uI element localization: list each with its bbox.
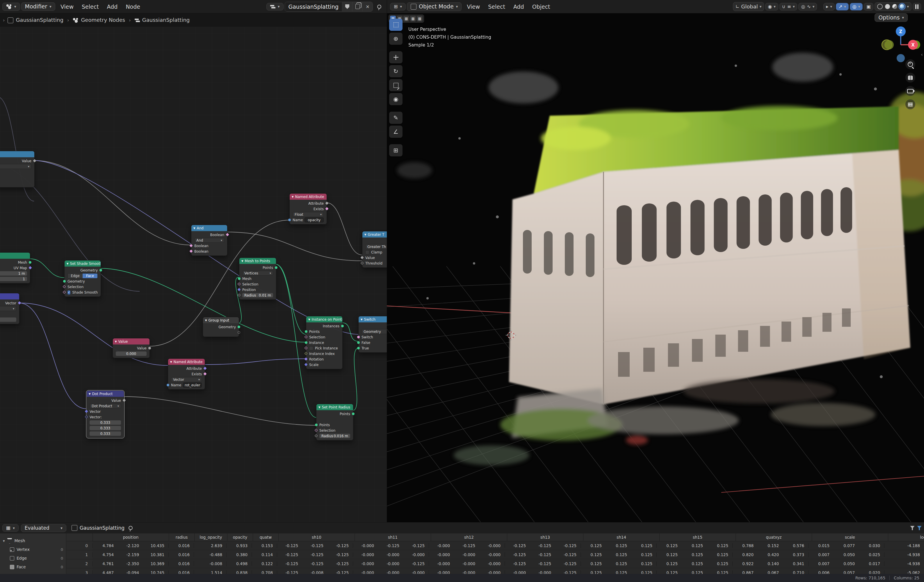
table-cell[interactable]: 0.788 [733,543,757,548]
collapse-icon[interactable]: ▾ [318,405,320,409]
column-header-sh12[interactable]: sh12 [431,533,507,541]
snap-controls[interactable]: ∪≡▾ [779,3,797,10]
table-cell[interactable]: -0.000 [353,552,378,557]
table-cell[interactable]: -0.125 [403,543,429,548]
node-header[interactable]: ▾Greater T [362,231,387,237]
column-header-sh14[interactable]: sh14 [583,533,659,541]
column-header-sh10[interactable]: sh10 [278,533,355,541]
column-header-position[interactable]: position [92,533,169,541]
node-instance-on-points[interactable]: ▾Instance on PointsInstancesPointsSelect… [306,316,343,369]
column-header-log_opacity[interactable]: log_opacity [194,533,227,541]
value-slider[interactable]: Radius0.016 m [319,434,350,438]
checkbox[interactable]: ✓ [68,290,70,295]
node-header[interactable]: ▾Ico Sphere [0,252,30,259]
column-header-scale[interactable]: scale [812,533,888,541]
node-dropdown[interactable]: And▾ [194,238,224,243]
table-cell[interactable]: 0.017 [859,561,884,566]
editor-type-button[interactable]: ▾ [2,3,20,11]
table-cell[interactable]: -0.000 [353,543,378,548]
table-cell[interactable]: -0.125 [555,552,581,557]
transform-tool[interactable]: ◉ [389,93,403,105]
table-cell[interactable]: 4.754 [92,552,118,557]
table-cell[interactable]: -0.000 [378,552,403,557]
selectability-visibility-dropdown[interactable]: ▸▾ [823,3,835,10]
table-cell[interactable]: 0.922 [733,561,757,566]
node-header[interactable]: ▾And [191,225,227,231]
table-cell[interactable]: 0.016 [168,543,194,548]
node-greater-than[interactable]: ▾Greater TGreater Th▾ClampValueThreshold [362,231,387,268]
transform-orientation-select[interactable]: ∟Global▾ [733,2,764,11]
input-socket[interactable] [357,341,360,344]
ortho-toggle-button[interactable] [905,99,915,109]
collapse-chevron-icon[interactable]: › [3,17,5,23]
table-row[interactable]: 34.487-0.09410.7450.0161.5140.8380.708-0… [66,568,924,574]
node-dropdown[interactable]: Geometry▾ [361,329,387,334]
input-socket[interactable] [305,341,307,344]
table-cell[interactable]: 0.016 [168,552,194,557]
xray-toggle[interactable]: ▣ [864,3,873,10]
show-gizmo-toggle[interactable]: ↗▾ [836,3,849,10]
table-cell[interactable]: 0.153 [252,543,277,548]
value-slider[interactable]: Subdivisions1 [0,277,27,281]
table-cell[interactable]: -0.000 [479,561,505,566]
viewport-menu-select[interactable]: Select [484,2,509,12]
value-field[interactable]: 0.333 [89,426,121,430]
table-cell[interactable]: 0.125 [631,552,657,557]
node-dropdown[interactable]: Float▾ [292,212,324,217]
table-cell[interactable]: -0.125 [555,561,581,566]
table-cell[interactable]: -0.125 [505,561,530,566]
node-header[interactable]: ▾Dot Product [87,391,124,397]
table-cell[interactable]: -0.000 [454,561,479,566]
viewport-menu-view[interactable]: View [463,2,484,12]
table-cell[interactable]: -0.000 [429,552,454,557]
table-cell[interactable]: 0.016 [168,561,194,566]
table-cell[interactable]: -0.000 [378,561,403,566]
value-slider[interactable]: Radius0.01 m [242,293,273,297]
table-cell[interactable]: 0.125 [707,543,733,548]
node-header[interactable]: ▾Set Point Radius [317,404,353,410]
collapse-icon[interactable]: ▾ [205,318,207,322]
filter-toggle-icon[interactable] [917,526,922,530]
checkbox[interactable] [309,346,313,350]
output-socket[interactable] [275,266,277,269]
viewport-3d[interactable]: Z X User Perspective (0) CONS-DEPTH | Ga… [387,13,924,522]
collapse-icon[interactable]: ▾ [115,339,117,344]
tree-item-vertex[interactable]: Vertex0 [0,545,66,554]
viewport-canvas[interactable]: Z X [387,13,924,522]
table-cell[interactable]: -0.000 [403,552,429,557]
zoom-button[interactable] [905,59,915,69]
table-cell[interactable]: 0.125 [631,561,657,566]
table-cell[interactable]: -4.938 [884,552,924,557]
table-cell[interactable]: 0.125 [657,561,682,566]
collapse-icon[interactable]: ▾ [67,261,69,266]
table-cell[interactable]: 0.050 [833,561,859,566]
table-cell[interactable]: -0.125 [327,561,353,566]
viewport-menu-object[interactable]: Object [528,2,554,12]
output-socket[interactable] [238,326,240,328]
table-cell[interactable]: 0.125 [682,543,707,548]
output-socket[interactable] [29,261,31,264]
value-field[interactable]: 0.000 [116,351,147,356]
table-row[interactable]: 14.754-2.15910.3810.016-0.4880.3800.114-… [66,550,924,559]
output-socket[interactable] [238,331,240,334]
table-cell[interactable]: 0.420 [757,552,783,557]
node-header[interactable]: ▾Group Input [203,317,239,323]
output-socket[interactable] [148,347,151,350]
table-cell[interactable]: 4.784 [92,543,118,548]
node-dropdown[interactable]: Maximum▾ [0,164,31,169]
node-tree-name-field[interactable]: GaussianSplatting [285,2,342,12]
node-header[interactable]: ▾Set Shade Smooth [64,260,101,267]
viewport-menu-add[interactable]: Add [509,2,528,12]
sidebar-collapse-chevron[interactable]: ‹ [921,52,923,57]
table-cell[interactable]: 0.125 [606,552,631,557]
table-cell[interactable]: 0.125 [606,543,631,548]
mode-select[interactable]: Object Mode▾ [407,2,462,11]
breadcrumb-item[interactable]: GaussianSplatting [16,17,63,23]
table-cell[interactable]: 0.125 [682,561,707,566]
node-switch[interactable]: ▾SwitchGeometry▾SwitchFalseTrue [358,316,387,353]
node-set-shade-smooth[interactable]: ▾Set Shade SmoothGeometryEdgeFaceGeometr… [64,260,101,297]
proportional-edit-controls[interactable]: ◎∿▾ [799,3,817,10]
table-cell[interactable]: 0.933 [226,543,252,548]
table-cell[interactable]: 0.125 [707,552,733,557]
output-socket[interactable] [352,412,355,415]
